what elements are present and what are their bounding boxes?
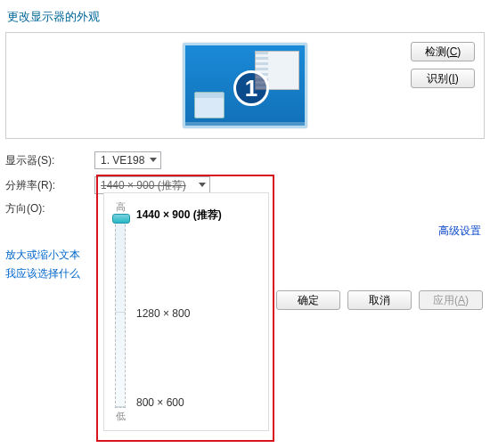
apply-label: 应用( <box>433 294 458 306</box>
display-label: 显示器(S): <box>5 153 94 168</box>
apply-button[interactable]: 应用(A) <box>419 290 483 310</box>
display-value: 1. VE198 <box>101 154 144 167</box>
cancel-button[interactable]: 取消 <box>347 290 412 310</box>
resolution-slider-panel: 高 低 1440 × 900 (推荐) 1280 × 800 800 × 600 <box>103 192 269 315</box>
page-title: 更改显示器的外观 <box>7 9 485 25</box>
display-select[interactable]: 1. VE198 <box>94 151 161 169</box>
chevron-down-icon <box>150 158 157 163</box>
ok-button[interactable]: 确定 <box>276 290 340 310</box>
apply-key: A <box>458 294 465 306</box>
monitor-number: 1 <box>233 70 269 106</box>
window-icon <box>194 92 225 118</box>
detect-label: 检测( <box>425 45 450 58</box>
monitor-thumbnail[interactable]: 1 <box>183 43 307 128</box>
resolution-slider-track[interactable] <box>115 216 126 315</box>
monitor-preview-box: 1 检测(C) 识别(I) <box>5 32 485 139</box>
paren: ) <box>455 72 459 85</box>
resolution-option[interactable]: 1280 × 800 <box>136 307 190 315</box>
identify-button[interactable]: 识别(I) <box>411 69 475 88</box>
resolution-slider-popup: 高 低 1440 × 900 (推荐) 1280 × 800 800 × 600 <box>96 175 274 315</box>
resolution-slider-thumb[interactable] <box>112 214 130 224</box>
paren: ) <box>465 294 469 306</box>
resolution-label: 分辨率(R): <box>5 178 94 193</box>
paren: ) <box>457 45 461 58</box>
identify-label: 识别( <box>427 72 452 85</box>
resolution-option[interactable]: 1440 × 900 (推荐) <box>136 208 222 223</box>
slider-high-label: 高 <box>116 200 126 214</box>
orientation-label: 方向(O): <box>5 201 94 216</box>
detect-button[interactable]: 检测(C) <box>411 42 475 61</box>
